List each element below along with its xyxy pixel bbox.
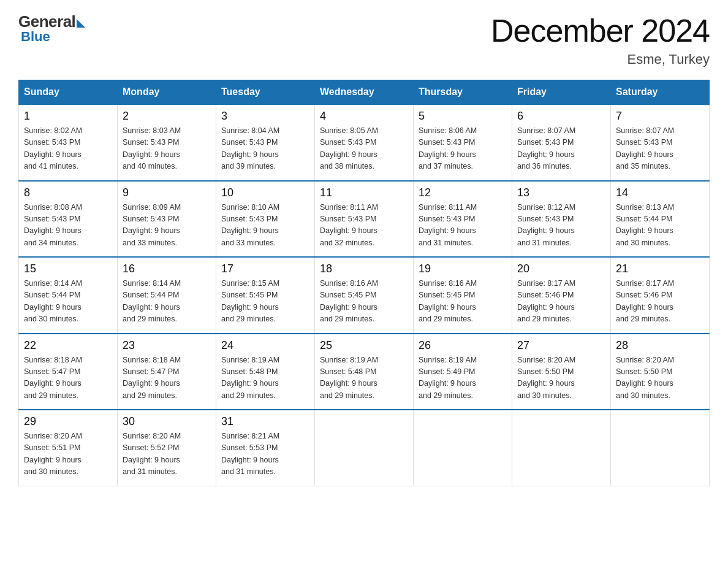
logo: General Blue: [18, 12, 85, 45]
calendar-day-21: 21Sunrise: 8:17 AMSunset: 5:46 PMDayligh…: [611, 257, 710, 334]
day-number: 15: [24, 262, 112, 275]
calendar-day-13: 13Sunrise: 8:12 AMSunset: 5:43 PMDayligh…: [512, 181, 611, 258]
day-number: 24: [221, 339, 309, 352]
day-info: Sunrise: 8:13 AMSunset: 5:44 PMDaylight:…: [616, 202, 704, 250]
day-info: Sunrise: 8:14 AMSunset: 5:44 PMDaylight:…: [123, 278, 211, 326]
calendar-empty-cell: [512, 410, 611, 486]
day-info: Sunrise: 8:07 AMSunset: 5:43 PMDaylight:…: [517, 125, 605, 173]
weekday-header-row: SundayMondayTuesdayWednesdayThursdayFrid…: [19, 80, 710, 105]
day-info: Sunrise: 8:16 AMSunset: 5:45 PMDaylight:…: [419, 278, 507, 326]
calendar-empty-cell: [611, 410, 710, 486]
calendar-day-14: 14Sunrise: 8:13 AMSunset: 5:44 PMDayligh…: [611, 181, 710, 258]
day-info: Sunrise: 8:17 AMSunset: 5:46 PMDaylight:…: [616, 278, 704, 326]
calendar-day-11: 11Sunrise: 8:11 AMSunset: 5:43 PMDayligh…: [315, 181, 414, 258]
day-info: Sunrise: 8:11 AMSunset: 5:43 PMDaylight:…: [419, 202, 507, 250]
title-section: December 2024 Esme, Turkey: [491, 12, 710, 67]
day-info: Sunrise: 8:08 AMSunset: 5:43 PMDaylight:…: [24, 202, 112, 250]
day-info: Sunrise: 8:18 AMSunset: 5:47 PMDaylight:…: [24, 354, 112, 402]
calendar-day-1: 1Sunrise: 8:02 AMSunset: 5:43 PMDaylight…: [19, 104, 118, 181]
day-info: Sunrise: 8:15 AMSunset: 5:45 PMDaylight:…: [221, 278, 309, 326]
day-number: 31: [221, 415, 309, 428]
day-number: 17: [221, 262, 309, 275]
day-info: Sunrise: 8:21 AMSunset: 5:53 PMDaylight:…: [221, 431, 309, 478]
calendar-day-22: 22Sunrise: 8:18 AMSunset: 5:47 PMDayligh…: [19, 334, 118, 410]
day-info: Sunrise: 8:18 AMSunset: 5:47 PMDaylight:…: [123, 354, 211, 402]
day-number: 13: [517, 186, 605, 199]
day-number: 25: [320, 339, 408, 352]
calendar-day-17: 17Sunrise: 8:15 AMSunset: 5:45 PMDayligh…: [216, 257, 315, 334]
weekday-header-friday: Friday: [512, 80, 611, 105]
calendar-week-row: 8Sunrise: 8:08 AMSunset: 5:43 PMDaylight…: [19, 181, 710, 258]
day-number: 22: [24, 339, 112, 352]
calendar-day-28: 28Sunrise: 8:20 AMSunset: 5:50 PMDayligh…: [611, 334, 710, 410]
day-number: 30: [123, 415, 211, 428]
day-number: 9: [123, 186, 211, 199]
day-info: Sunrise: 8:20 AMSunset: 5:51 PMDaylight:…: [24, 431, 112, 478]
calendar-day-7: 7Sunrise: 8:07 AMSunset: 5:43 PMDaylight…: [611, 104, 710, 181]
day-number: 1: [24, 110, 112, 123]
calendar-week-row: 29Sunrise: 8:20 AMSunset: 5:51 PMDayligh…: [19, 410, 710, 486]
day-number: 27: [517, 339, 605, 352]
day-info: Sunrise: 8:04 AMSunset: 5:43 PMDaylight:…: [221, 125, 309, 173]
day-number: 3: [221, 110, 309, 123]
day-number: 12: [419, 186, 507, 199]
day-info: Sunrise: 8:10 AMSunset: 5:43 PMDaylight:…: [221, 202, 309, 250]
day-info: Sunrise: 8:19 AMSunset: 5:48 PMDaylight:…: [221, 354, 309, 402]
day-number: 2: [123, 110, 211, 123]
day-number: 21: [616, 262, 704, 275]
calendar-day-5: 5Sunrise: 8:06 AMSunset: 5:43 PMDaylight…: [414, 104, 512, 181]
day-number: 19: [419, 262, 507, 275]
day-number: 11: [320, 186, 408, 199]
day-number: 7: [616, 110, 704, 123]
calendar-day-8: 8Sunrise: 8:08 AMSunset: 5:43 PMDaylight…: [19, 181, 118, 258]
calendar-day-19: 19Sunrise: 8:16 AMSunset: 5:45 PMDayligh…: [414, 257, 512, 334]
day-number: 18: [320, 262, 408, 275]
day-number: 10: [221, 186, 309, 199]
calendar-day-3: 3Sunrise: 8:04 AMSunset: 5:43 PMDaylight…: [216, 104, 315, 181]
calendar-day-9: 9Sunrise: 8:09 AMSunset: 5:43 PMDaylight…: [118, 181, 216, 258]
weekday-header-sunday: Sunday: [19, 80, 118, 105]
day-number: 6: [517, 110, 605, 123]
day-info: Sunrise: 8:20 AMSunset: 5:50 PMDaylight:…: [517, 354, 605, 402]
day-info: Sunrise: 8:06 AMSunset: 5:43 PMDaylight:…: [419, 125, 507, 173]
calendar-day-15: 15Sunrise: 8:14 AMSunset: 5:44 PMDayligh…: [19, 257, 118, 334]
calendar-day-25: 25Sunrise: 8:19 AMSunset: 5:48 PMDayligh…: [315, 334, 414, 410]
day-info: Sunrise: 8:05 AMSunset: 5:43 PMDaylight:…: [320, 125, 408, 173]
day-number: 29: [24, 415, 112, 428]
calendar-week-row: 1Sunrise: 8:02 AMSunset: 5:43 PMDaylight…: [19, 104, 710, 181]
day-number: 26: [419, 339, 507, 352]
day-info: Sunrise: 8:17 AMSunset: 5:46 PMDaylight:…: [517, 278, 605, 326]
weekday-header-monday: Monday: [118, 80, 216, 105]
calendar-day-23: 23Sunrise: 8:18 AMSunset: 5:47 PMDayligh…: [118, 334, 216, 410]
day-number: 20: [517, 262, 605, 275]
day-number: 5: [419, 110, 507, 123]
weekday-header-saturday: Saturday: [611, 80, 710, 105]
day-number: 16: [123, 262, 211, 275]
calendar-day-26: 26Sunrise: 8:19 AMSunset: 5:49 PMDayligh…: [414, 334, 512, 410]
page-header: General Blue December 2024 Esme, Turkey: [18, 12, 710, 67]
calendar-table: SundayMondayTuesdayWednesdayThursdayFrid…: [18, 80, 710, 486]
calendar-subtitle: Esme, Turkey: [491, 52, 710, 67]
day-info: Sunrise: 8:16 AMSunset: 5:45 PMDaylight:…: [320, 278, 408, 326]
weekday-header-tuesday: Tuesday: [216, 80, 315, 105]
calendar-day-18: 18Sunrise: 8:16 AMSunset: 5:45 PMDayligh…: [315, 257, 414, 334]
day-info: Sunrise: 8:19 AMSunset: 5:49 PMDaylight:…: [419, 354, 507, 402]
calendar-day-16: 16Sunrise: 8:14 AMSunset: 5:44 PMDayligh…: [118, 257, 216, 334]
calendar-week-row: 22Sunrise: 8:18 AMSunset: 5:47 PMDayligh…: [19, 334, 710, 410]
day-number: 4: [320, 110, 408, 123]
day-info: Sunrise: 8:20 AMSunset: 5:50 PMDaylight:…: [616, 354, 704, 402]
weekday-header-thursday: Thursday: [414, 80, 512, 105]
day-number: 8: [24, 186, 112, 199]
calendar-empty-cell: [414, 410, 512, 486]
calendar-day-30: 30Sunrise: 8:20 AMSunset: 5:52 PMDayligh…: [118, 410, 216, 486]
calendar-day-29: 29Sunrise: 8:20 AMSunset: 5:51 PMDayligh…: [19, 410, 118, 486]
day-info: Sunrise: 8:07 AMSunset: 5:43 PMDaylight:…: [616, 125, 704, 173]
day-number: 28: [616, 339, 704, 352]
calendar-day-20: 20Sunrise: 8:17 AMSunset: 5:46 PMDayligh…: [512, 257, 611, 334]
calendar-week-row: 15Sunrise: 8:14 AMSunset: 5:44 PMDayligh…: [19, 257, 710, 334]
calendar-day-12: 12Sunrise: 8:11 AMSunset: 5:43 PMDayligh…: [414, 181, 512, 258]
day-info: Sunrise: 8:09 AMSunset: 5:43 PMDaylight:…: [123, 202, 211, 250]
day-number: 23: [123, 339, 211, 352]
calendar-empty-cell: [315, 410, 414, 486]
day-info: Sunrise: 8:12 AMSunset: 5:43 PMDaylight:…: [517, 202, 605, 250]
